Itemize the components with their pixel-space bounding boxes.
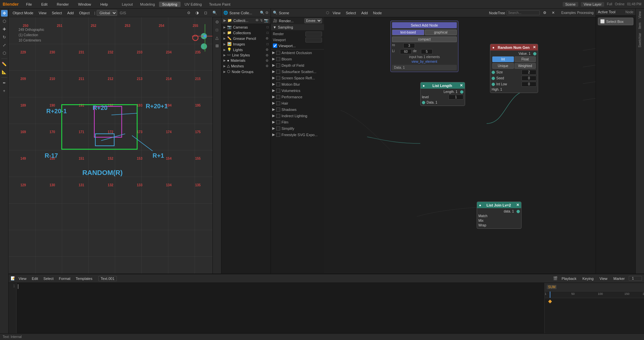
vp-object-menu[interactable]: Object <box>77 11 92 15</box>
subsection-simplify[interactable]: ▶ Simplify <box>271 125 324 131</box>
ne-node-btn[interactable]: Node <box>371 11 384 15</box>
tab-texture-paint[interactable]: Texture Paint <box>206 2 234 7</box>
select-tool-icon[interactable]: ⬡ <box>1 18 8 25</box>
marker-btn[interactable]: Marker <box>611 276 627 281</box>
subsection-motion-blur[interactable]: ▶ Motion Blur <box>271 81 324 87</box>
scene-item-images[interactable]: ▶ 🖼️ Images □ <box>222 41 270 47</box>
popup-compact-btn[interactable]: compact <box>392 37 457 42</box>
int-btn[interactable]: Int <box>492 56 514 62</box>
scene-item-line-styles[interactable]: ▶ 〰 Line Styles ⚙ <box>222 52 270 58</box>
node-random-collapse-icon[interactable]: ● <box>492 45 495 49</box>
node-list-close-icon[interactable]: ✕ <box>460 83 463 88</box>
add-object-icon[interactable]: + <box>1 88 8 94</box>
sampling-header[interactable]: ▼ Sampling <box>271 24 324 30</box>
collection-render-icon[interactable]: 📷 <box>264 18 269 23</box>
scene-item-node-groups[interactable]: ▶ ⬡ Node Groups <box>222 69 270 74</box>
subsection-depth-of-field[interactable]: ▶ Depth of Field <box>271 62 324 68</box>
subsection-freestyle[interactable]: ▶ Freestyle SVG Expo... <box>271 131 324 138</box>
node-join-collapse-icon[interactable]: ● <box>479 203 481 207</box>
subsection-film[interactable]: ▶ Film <box>271 119 324 125</box>
popup-de-input[interactable] <box>421 49 433 54</box>
subsection-performance[interactable]: ▶ Performance <box>271 94 324 100</box>
ne-view-btn[interactable]: View <box>331 11 343 15</box>
subsection-subsurface[interactable]: ▶ Subsurface Scatteri... <box>271 68 324 75</box>
subsection-ssr[interactable]: ▶ Screen Space Refl... <box>271 75 324 81</box>
length-socket[interactable] <box>460 90 463 94</box>
perf-checkbox[interactable] <box>276 95 280 99</box>
tab-layout[interactable]: Layout <box>119 2 136 7</box>
keyframe-1[interactable] <box>548 299 552 303</box>
move-tool-icon[interactable]: ✚ <box>1 26 8 33</box>
materials-toggle[interactable]: ⚙ <box>266 59 269 62</box>
item-side-label[interactable]: Item <box>638 21 642 30</box>
size-input[interactable] <box>522 70 536 75</box>
node-search-input[interactable] <box>507 10 540 15</box>
grease-pencil-icon[interactable]: ✒ <box>1 80 8 86</box>
sss-checkbox[interactable] <box>276 70 280 74</box>
cursor-tool-icon[interactable]: ✥ <box>1 10 8 17</box>
subsection-ambient-occlusion[interactable]: ▶ Ambient Occlusion <box>271 49 324 56</box>
tab-sculpting[interactable]: Sculpting <box>159 2 181 7</box>
subsection-indirect-lighting[interactable]: ▶ Indirect Lighting <box>271 113 324 119</box>
vp-shading-wire[interactable]: ◻ <box>202 10 209 15</box>
transform-tool-icon[interactable]: ⬡ <box>1 50 8 56</box>
seed-socket[interactable] <box>492 77 495 80</box>
vp-search-btn[interactable]: 🔍 <box>210 10 219 15</box>
scene-item-grease-pencil[interactable]: ▶ ✏️ Grease Pencil ⚙ <box>222 36 270 41</box>
viewport-denoising-check[interactable] <box>273 43 277 48</box>
shadows-checkbox[interactable] <box>276 108 280 112</box>
value-output-socket[interactable] <box>533 52 536 55</box>
text-editor-area[interactable]: 1 <box>9 283 544 340</box>
ssr-checkbox[interactable] <box>276 76 280 80</box>
collection-vis-icon[interactable]: 👁 <box>255 18 259 23</box>
node-list-join[interactable]: ● List Join Lv=2 ✕ data. 1 Match Mix <box>477 202 522 229</box>
tab-uv-editing[interactable]: UV Editing <box>181 2 205 7</box>
popup-view-by-element[interactable]: view_by_element <box>392 60 457 63</box>
measure-icon[interactable]: 📐 <box>1 69 8 75</box>
menu-help[interactable]: Help <box>98 2 110 7</box>
menu-render[interactable]: Render <box>55 2 71 7</box>
popup-ro-input[interactable] <box>403 43 415 48</box>
subsection-bloom[interactable]: ▶ Bloom <box>271 56 324 62</box>
select-box-btn[interactable]: ⬜ Select Box <box>598 18 633 25</box>
view-side-icon[interactable]: △ <box>214 35 220 41</box>
vol-checkbox[interactable] <box>276 89 280 93</box>
tab-modeling[interactable]: Modeling <box>137 2 158 7</box>
node-list-collapse-icon[interactable]: ● <box>423 84 425 88</box>
ne-close-btn[interactable]: ✕ <box>550 10 557 15</box>
vp-object-mode[interactable]: Object Mode <box>11 11 35 15</box>
join-out-socket[interactable] <box>517 210 520 213</box>
hair-checkbox[interactable] <box>276 101 280 105</box>
popup-li-input[interactable] <box>400 49 412 54</box>
vp-view-menu[interactable]: View <box>37 11 48 15</box>
indirect-checkbox[interactable] <box>276 114 280 118</box>
scene-item-lights[interactable]: ▶ 💡 Lights ⚙ <box>222 47 270 52</box>
mb-checkbox[interactable] <box>276 82 280 86</box>
bottom-view-btn[interactable]: View <box>17 276 29 281</box>
view-btn[interactable]: View <box>598 276 609 281</box>
grease-toggle[interactable]: ⚙ <box>266 37 269 40</box>
view-layer-selector[interactable]: View Layer <box>581 2 604 7</box>
subsection-hair[interactable]: ▶ Hair <box>271 100 324 106</box>
view-side-label[interactable]: View <box>638 10 642 20</box>
subsection-volumetrics[interactable]: ▶ Volumetrics <box>271 87 324 94</box>
unique-btn[interactable]: Unique <box>492 63 514 69</box>
float-btn[interactable]: Float <box>515 56 536 62</box>
frame-input[interactable] <box>629 276 642 281</box>
view-grid-icon[interactable]: ⊞ <box>214 42 220 49</box>
collection-toggle[interactable]: □ <box>267 31 269 35</box>
bottom-edit-btn[interactable]: Edit <box>30 276 40 281</box>
node-random-num-gen[interactable]: ● Random Num Gen ✕ Value. 1 Int Float <box>490 44 538 93</box>
node-random-close-icon[interactable]: ✕ <box>533 45 536 49</box>
vp-shading-solid[interactable]: ◑ <box>194 10 201 15</box>
tool-side-label[interactable]: Swetchiar <box>638 32 642 49</box>
scene-item-materials[interactable]: ▶ ● Materials ⚙ <box>222 58 270 63</box>
bottom-templates-btn[interactable]: Templates <box>74 276 94 281</box>
menu-file[interactable]: File <box>24 2 34 7</box>
size-socket[interactable] <box>492 71 495 74</box>
render-value-input[interactable]: 64 <box>305 32 322 37</box>
bottom-select-btn[interactable]: Select <box>41 276 56 281</box>
lights-toggle[interactable]: ⚙ <box>266 48 269 51</box>
ao-checkbox[interactable] <box>276 51 280 55</box>
engine-select[interactable]: Eevee Cycles <box>304 18 322 23</box>
